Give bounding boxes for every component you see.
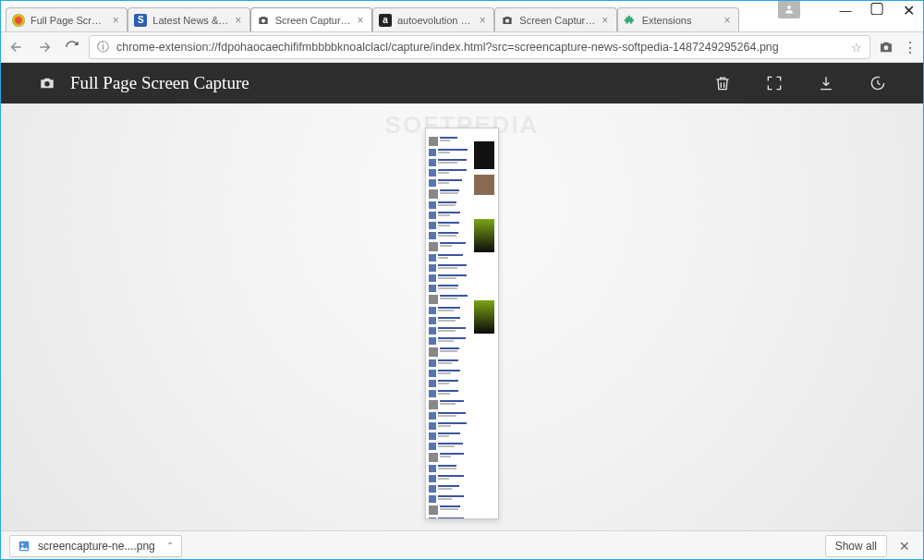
back-button[interactable] bbox=[6, 36, 28, 58]
download-bar: screencapture-ne....png ⌃ Show all ✕ bbox=[0, 530, 924, 560]
window-maximize-button[interactable]: ▢ bbox=[861, 0, 893, 18]
address-bar[interactable]: ⓘ chrome-extension://fdpohaocaechififmbb… bbox=[89, 35, 870, 59]
tab-close-icon[interactable]: × bbox=[110, 15, 121, 26]
browser-toolbar: ⓘ chrome-extension://fdpohaocaechififmbb… bbox=[0, 31, 924, 63]
window-minimize-button[interactable]: — bbox=[830, 0, 861, 20]
tab-title: Extensions bbox=[642, 15, 718, 26]
browser-tab[interactable]: Full Page Screen Captu × bbox=[6, 7, 128, 31]
chevron-up-icon[interactable]: ⌃ bbox=[166, 541, 174, 551]
tab-close-icon[interactable]: × bbox=[600, 15, 611, 26]
window-close-button[interactable]: ✕ bbox=[893, 0, 924, 20]
browser-tabstrip: Full Page Screen Captu × S Latest News &… bbox=[6, 0, 739, 31]
url-text: chrome-extension://fdpohaocaechififmbbbb… bbox=[116, 41, 844, 54]
app-header: Full Page Screen Capture bbox=[0, 63, 924, 103]
app-actions bbox=[713, 74, 887, 92]
tab-close-icon[interactable]: × bbox=[722, 15, 733, 26]
capture-thumbnail[interactable] bbox=[425, 128, 499, 519]
camera-icon bbox=[501, 14, 514, 27]
svg-point-4 bbox=[44, 81, 49, 86]
bookmark-star-icon[interactable]: ☆ bbox=[851, 41, 862, 55]
svg-point-2 bbox=[505, 18, 509, 22]
show-all-downloads-button[interactable]: Show all bbox=[825, 535, 887, 557]
tab-title: Screen Capture Result bbox=[519, 15, 595, 26]
browser-tab-active[interactable]: Screen Capture Result × bbox=[250, 7, 372, 31]
history-button[interactable] bbox=[869, 74, 887, 92]
tab-title: Latest News & Reviews bbox=[152, 15, 228, 26]
person-icon bbox=[784, 4, 795, 15]
delete-button[interactable] bbox=[713, 74, 732, 92]
tab-close-icon[interactable]: × bbox=[477, 15, 488, 26]
chrome-profile-badge[interactable] bbox=[778, 0, 800, 18]
tab-title: autoevolution - autom bbox=[397, 15, 473, 26]
tab-title: Screen Capture Result bbox=[275, 15, 351, 26]
favicon-icon: S bbox=[134, 14, 147, 27]
page-viewport: Full Page Screen Capture SOFTPEDIA bbox=[0, 63, 924, 530]
tab-close-icon[interactable]: × bbox=[233, 15, 244, 26]
app-title: Full Page Screen Capture bbox=[70, 73, 249, 93]
reload-button[interactable] bbox=[61, 36, 83, 58]
svg-point-1 bbox=[261, 18, 265, 22]
tab-close-icon[interactable]: × bbox=[355, 15, 366, 26]
expand-button[interactable] bbox=[765, 74, 784, 92]
puzzle-icon bbox=[624, 14, 637, 27]
download-filename: screencapture-ne....png bbox=[38, 540, 155, 553]
forward-button[interactable] bbox=[33, 36, 55, 58]
browser-tab[interactable]: S Latest News & Reviews × bbox=[128, 7, 249, 31]
tab-title: Full Page Screen Captu bbox=[30, 15, 106, 26]
svg-point-3 bbox=[884, 45, 889, 50]
chrome-menu-button[interactable]: ⋮ bbox=[902, 37, 918, 57]
image-file-icon bbox=[18, 540, 30, 553]
favicon-icon: a bbox=[379, 14, 392, 27]
svg-point-7 bbox=[21, 543, 23, 545]
site-info-icon[interactable]: ⓘ bbox=[97, 39, 109, 55]
close-download-bar-button[interactable]: ✕ bbox=[894, 539, 915, 554]
camera-icon bbox=[37, 75, 57, 91]
browser-tab[interactable]: Extensions × bbox=[617, 7, 739, 31]
svg-point-0 bbox=[787, 6, 791, 9]
browser-tab[interactable]: Screen Capture Result × bbox=[494, 7, 616, 31]
download-button[interactable] bbox=[817, 74, 835, 92]
browser-tab[interactable]: a autoevolution - autom × bbox=[372, 7, 494, 31]
download-item[interactable]: screencapture-ne....png ⌃ bbox=[9, 535, 182, 557]
extension-camera-icon[interactable] bbox=[876, 37, 896, 57]
app-logo: Full Page Screen Capture bbox=[37, 73, 249, 93]
favicon-icon bbox=[12, 14, 25, 27]
camera-icon bbox=[257, 14, 270, 27]
